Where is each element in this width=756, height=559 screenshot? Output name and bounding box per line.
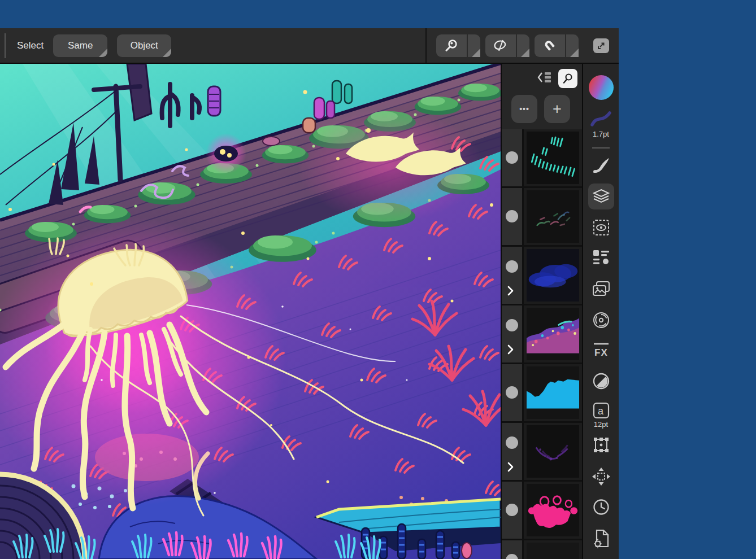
layer-select-column <box>502 247 524 304</box>
layer-expand-chevron[interactable] <box>507 462 514 474</box>
collapse-panel-icon[interactable] <box>537 71 553 86</box>
layer-thumbnail[interactable] <box>524 482 582 539</box>
layer-thumbnail[interactable] <box>524 423 582 480</box>
layer-thumbnail[interactable] <box>524 247 582 304</box>
svg-text:FX: FX <box>594 347 608 358</box>
layer-expand-chevron[interactable] <box>507 286 514 298</box>
stroke-style-tool[interactable] <box>583 109 619 128</box>
layer-select-dot[interactable] <box>506 151 518 164</box>
history-clock-icon <box>592 498 610 516</box>
zoom-tool-button[interactable] <box>436 34 480 57</box>
color-wheel-icon <box>592 311 610 329</box>
corner-fold-icon <box>163 49 171 57</box>
canvas-artwork[interactable] <box>0 64 502 559</box>
same-button[interactable]: Same <box>53 34 107 57</box>
document-gear-icon <box>592 529 610 548</box>
layer-thumbnail[interactable] <box>524 305 582 363</box>
tool-transform[interactable] <box>583 436 619 454</box>
corner-fold-icon <box>521 49 529 57</box>
layer-thumbnail[interactable] <box>524 364 582 421</box>
layer-select-column <box>502 188 524 245</box>
sidebar-divider <box>592 147 610 149</box>
layer-select-dot[interactable] <box>506 504 518 516</box>
layers-icon <box>592 189 610 204</box>
tool-arrange[interactable] <box>583 467 619 486</box>
magnifier-badge-icon <box>562 73 573 84</box>
layer-select-column <box>502 305 524 363</box>
tool-history[interactable] <box>583 498 619 516</box>
layer-row[interactable] <box>502 482 582 540</box>
tool-color-wheel[interactable] <box>583 311 619 329</box>
contrast-icon <box>592 372 610 390</box>
layer-list <box>502 129 582 559</box>
preview-mode-button[interactable] <box>558 69 577 88</box>
layer-select-column <box>502 540 524 559</box>
tool-brush[interactable] <box>583 157 619 175</box>
tool-text[interactable]: a <box>583 401 619 420</box>
layers-actions: ••• + <box>502 95 582 123</box>
color-indicator[interactable] <box>583 75 619 100</box>
corner-fold-icon <box>472 49 480 57</box>
layer-row[interactable] <box>502 540 582 559</box>
layer-row[interactable] <box>502 129 582 188</box>
stroke-width-label: 1.7pt <box>583 130 619 138</box>
window-mode-button[interactable] <box>593 38 609 53</box>
layer-thumbnail[interactable] <box>524 129 582 186</box>
tool-document-settings[interactable] <box>583 529 619 548</box>
tool-swatches[interactable] <box>583 250 619 265</box>
object-button[interactable]: Object <box>117 34 171 57</box>
studio-sidebar: 1.7pt <box>583 64 619 559</box>
layer-select-column <box>502 423 524 480</box>
lasso-icon <box>485 38 516 53</box>
layer-select-dot[interactable] <box>506 386 518 399</box>
corner-fold-icon <box>99 49 107 57</box>
layer-select-column <box>502 129 524 186</box>
layer-thumbnail[interactable] <box>524 540 582 559</box>
layer-select-dot[interactable] <box>506 260 518 273</box>
layer-row[interactable] <box>502 364 582 423</box>
tool-contrast[interactable] <box>583 372 619 390</box>
svg-text:a: a <box>598 405 604 417</box>
swatches-list-icon <box>593 250 610 265</box>
toolbar-right-group <box>425 28 619 63</box>
images-icon <box>592 281 610 298</box>
layer-select-column <box>502 482 524 539</box>
magnet-icon <box>535 38 565 53</box>
layer-row[interactable] <box>502 188 582 247</box>
text-icon: a <box>592 401 611 420</box>
adjustment-eye-icon <box>592 219 610 237</box>
layer-select-dot[interactable] <box>506 436 518 449</box>
layer-thumbnail[interactable] <box>524 188 582 245</box>
layer-options-button[interactable]: ••• <box>511 95 537 123</box>
select-label: Select <box>17 40 44 51</box>
layer-select-dot[interactable] <box>506 554 518 559</box>
tool-layers[interactable] <box>583 184 619 209</box>
layer-expand-chevron[interactable] <box>507 344 514 357</box>
lasso-tool-button[interactable] <box>485 34 529 57</box>
add-layer-button[interactable]: + <box>544 95 570 123</box>
tool-adjustment[interactable] <box>583 219 619 237</box>
transform-icon <box>592 436 610 454</box>
layer-row[interactable] <box>502 305 582 364</box>
tool-fx[interactable]: FX <box>583 342 619 359</box>
layer-row[interactable] <box>502 247 582 305</box>
layer-select-dot[interactable] <box>506 210 518 222</box>
layers-panel-header <box>502 64 582 93</box>
object-button-label: Object <box>131 40 158 51</box>
brush-icon <box>592 157 611 175</box>
layer-row[interactable] <box>502 423 582 482</box>
layers-panel: ••• + <box>502 64 583 559</box>
tool-images[interactable] <box>583 281 619 298</box>
app-window: Select Same Object <box>0 28 619 559</box>
arrange-move-icon <box>592 467 611 486</box>
stroke-squiggle-icon <box>589 109 613 128</box>
magnifier-icon <box>436 38 467 53</box>
corner-fold-icon <box>570 49 579 57</box>
fx-icon: FX <box>592 342 610 359</box>
expand-window-icon <box>597 41 606 50</box>
same-button-label: Same <box>68 40 93 51</box>
text-size-label: 12pt <box>583 420 619 429</box>
layer-select-dot[interactable] <box>506 319 518 331</box>
snapping-tool-button[interactable] <box>535 34 579 57</box>
toolbar-divider <box>425 28 427 63</box>
